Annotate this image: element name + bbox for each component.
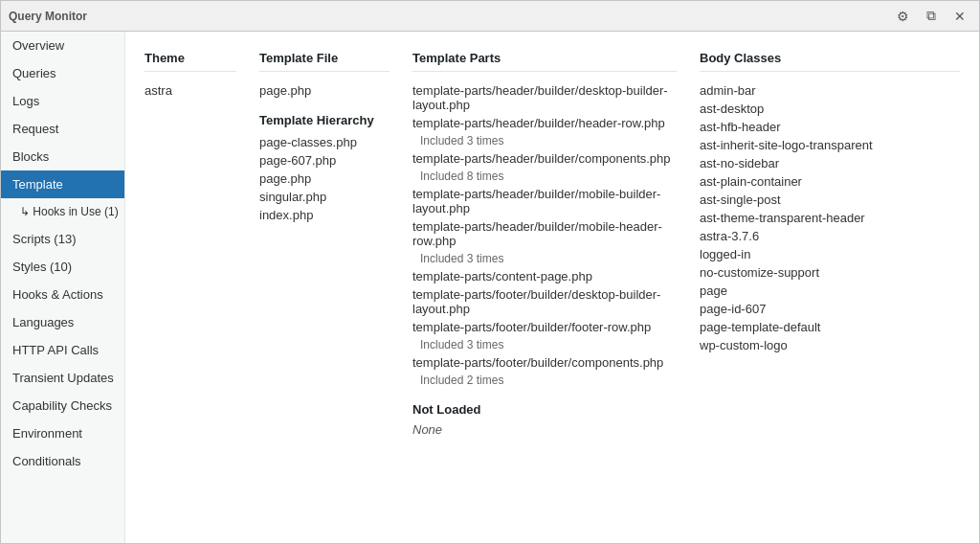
sidebar-item[interactable]: Request [1,115,124,143]
not-loaded-value: None [412,422,677,437]
body-class-item: page-id-607 [700,302,960,316]
body-class-item: ast-hfb-header [700,120,960,134]
body-class-item: page-template-default [700,320,960,334]
body-class-item: no-customize-support [700,265,960,280]
body-class-item: page [700,283,960,298]
hierarchy-item: index.php [259,208,390,222]
body-class-item: ast-theme-transparent-header [700,211,960,225]
template-part-included: Included 3 times [412,134,677,147]
titlebar-controls: ⚙ ⧉ ✕ [891,5,971,28]
hierarchy-item: page-607.php [259,153,390,168]
sidebar-item[interactable]: Template [1,170,124,198]
close-button[interactable]: ✕ [948,5,971,28]
body-class-item: wp-custom-logo [700,338,960,352]
template-part-included: Included 3 times [412,252,677,265]
expand-button[interactable]: ⧉ [920,5,943,28]
body-class-item: ast-single-post [700,193,960,207]
body-class-item: admin-bar [700,83,960,98]
query-monitor-window: Query Monitor ⚙ ⧉ ✕ OverviewQueriesLogsR… [0,0,980,544]
sidebar-item[interactable]: Transient Updates [1,364,124,392]
hierarchy-item: page.php [259,171,390,186]
body-class-item: ast-inherit-site-logo-transparent [700,138,960,152]
sidebar-item[interactable]: Overview [1,32,124,59]
body-class-item: ast-desktop [700,102,960,116]
template-parts-column: Template Parts template-parts/header/bui… [412,51,700,437]
template-file-column: Template File page.php Template Hierarch… [259,51,412,437]
sidebar-item[interactable]: Conditionals [1,447,124,475]
settings-button[interactable]: ⚙ [891,5,914,28]
template-part-file: template-parts/footer/builder/footer-row… [412,320,677,334]
template-file-header: Template File [259,51,390,72]
body-class-item: ast-no-sidebar [700,156,960,170]
sidebar-item[interactable]: Queries [1,59,124,87]
template-part-file: template-parts/footer/builder/desktop-bu… [412,287,677,316]
template-file-value: page.php [259,83,390,98]
not-loaded-label: Not Loaded [412,402,677,417]
body-classes-header: Body Classes [700,51,960,72]
hierarchy-item: singular.php [259,190,390,204]
content-area: OverviewQueriesLogsRequestBlocksTemplate… [1,32,979,543]
body-class-item: astra-3.7.6 [700,229,960,243]
sidebar-item[interactable]: Logs [1,87,124,115]
sidebar-item[interactable]: Styles (10) [1,253,124,281]
template-part-included: Included 8 times [412,170,677,183]
sidebar-item[interactable]: ↳ Hooks in Use (1) [1,198,124,225]
sidebar-item[interactable]: Scripts (13) [1,225,124,253]
columns-container: Theme astra Template File page.php Templ… [145,51,960,437]
hierarchy-item: page-classes.php [259,135,390,149]
template-part-file: template-parts/header/builder/desktop-bu… [412,83,677,112]
body-class-item: logged-in [700,247,960,261]
template-part-file: template-parts/header/builder/components… [412,151,677,166]
titlebar: Query Monitor ⚙ ⧉ ✕ [1,1,979,32]
theme-column: Theme astra [145,51,259,437]
body-classes-column: Body Classes admin-barast-desktopast-hfb… [700,51,960,437]
sidebar-item[interactable]: Capability Checks [1,392,124,419]
theme-header: Theme [145,51,236,72]
template-part-file: template-parts/header/builder/header-row… [412,116,677,130]
template-parts-items: template-parts/header/builder/desktop-bu… [412,83,677,387]
template-part-included: Included 2 times [412,374,677,387]
body-class-item: ast-plain-container [700,174,960,189]
sidebar-item[interactable]: Environment [1,419,124,447]
window-title: Query Monitor [9,10,87,23]
theme-value: astra [145,83,236,98]
template-part-file: template-parts/header/builder/mobile-bui… [412,187,677,215]
template-hierarchy-title: Template Hierarchy [259,113,390,127]
hierarchy-items: page-classes.phppage-607.phppage.phpsing… [259,135,390,222]
template-part-included: Included 3 times [412,338,677,351]
sidebar-item[interactable]: Blocks [1,143,124,170]
sidebar-item[interactable]: Hooks & Actions [1,281,124,308]
template-part-file: template-parts/content-page.php [412,269,677,283]
template-part-file: template-parts/header/builder/mobile-hea… [412,219,677,248]
body-class-items: admin-barast-desktopast-hfb-headerast-in… [700,83,960,352]
sidebar: OverviewQueriesLogsRequestBlocksTemplate… [1,32,125,543]
template-part-file: template-parts/footer/builder/components… [412,355,677,370]
sidebar-item[interactable]: Languages [1,308,124,336]
sidebar-item[interactable]: HTTP API Calls [1,336,124,364]
main-content: Theme astra Template File page.php Templ… [125,32,979,543]
template-parts-header: Template Parts [412,51,677,72]
